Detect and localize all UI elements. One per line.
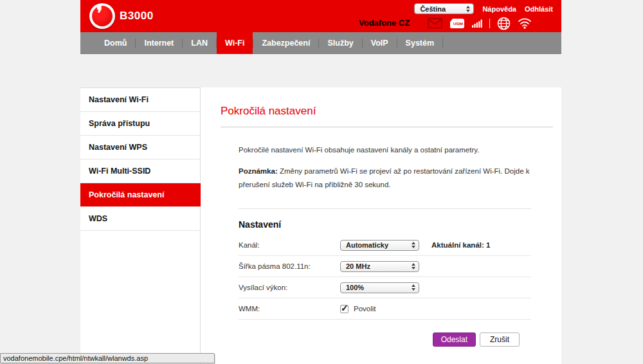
mail-icon: [428, 18, 442, 28]
usim-icon: USIM: [449, 18, 465, 29]
language-selected-value: Čeština: [420, 5, 446, 13]
icon-divider: [489, 19, 490, 28]
section-divider: [239, 208, 531, 209]
header: B3000 Čeština Nápověda Odhlásit Vodafone…: [80, 0, 561, 32]
nav-tab-zabezpeceni[interactable]: Zabezpečení: [253, 32, 318, 54]
nav-tab-system[interactable]: Systém: [397, 32, 442, 54]
page-title: Pokročilá nastavení: [221, 105, 553, 118]
operator-name: Vodafone CZ: [359, 18, 410, 28]
globe-icon: [497, 17, 511, 30]
main-nav: Domů Internet LAN Wi-Fi Zabezpečení Služ…: [80, 32, 561, 54]
select-stepper-icon: [462, 6, 470, 12]
main-content: Pokročilá nastavení Pokročilé nastavení …: [201, 87, 561, 364]
help-link[interactable]: Nápověda: [482, 5, 516, 13]
bandwidth-select-value: 20 MHz: [346, 262, 370, 270]
tx-power-label: Vysílací výkon:: [239, 284, 340, 291]
channel-label: Kanál:: [239, 241, 340, 249]
nav-tab-sluzby[interactable]: Služby: [319, 32, 361, 54]
tx-power-row: Vysílací výkon: 100%: [239, 277, 531, 298]
router-admin-app: B3000 Čeština Nápověda Odhlásit Vodafone…: [80, 0, 561, 364]
nav-tab-lan[interactable]: LAN: [183, 32, 216, 54]
signal-strength-icon: [472, 19, 482, 28]
wmm-label: WMM:: [239, 305, 340, 313]
submit-button[interactable]: Odeslat: [433, 332, 476, 347]
nav-tab-domu[interactable]: Domů: [96, 32, 135, 54]
wifi-icon: [518, 17, 532, 29]
sidebar-item-nastaveni-wps[interactable]: Nastavení WPS: [80, 136, 200, 159]
content-card: Nastavení Wi-Fi Správa přístupu Nastaven…: [80, 87, 561, 364]
sidebar-item-nastaveni-wifi[interactable]: Nastavení Wi-Fi: [80, 88, 200, 112]
sidebar-item-pokrocila-nastaveni[interactable]: Pokročilá nastavení: [80, 183, 201, 207]
nav-tab-wifi[interactable]: Wi-Fi: [217, 32, 253, 54]
sidebar-item-multi-ssid[interactable]: Wi-Fi Multi-SSID: [80, 159, 200, 183]
device-model: B3000: [120, 10, 154, 23]
current-channel-text: Aktuální kanál: 1: [431, 241, 490, 249]
svg-text:USIM: USIM: [453, 22, 463, 26]
nav-tab-voip[interactable]: VoIP: [363, 32, 397, 54]
channel-row: Kanál: Automaticky Aktuální kanál: 1: [239, 235, 531, 256]
cancel-button[interactable]: Zrušit: [480, 332, 520, 347]
tx-power-select[interactable]: 100%: [340, 282, 419, 293]
sidebar-item-wds[interactable]: WDS: [80, 207, 200, 231]
select-stepper-icon: [408, 284, 415, 291]
vodafone-logo-icon: [89, 3, 115, 29]
bandwidth-row: Šířka pásma 802.11n: 20 MHz: [239, 256, 531, 277]
select-stepper-icon: [408, 242, 415, 248]
nav-tab-internet[interactable]: Internet: [136, 32, 182, 54]
wmm-checkbox-label: Povolit: [354, 305, 376, 313]
settings-heading: Nastavení: [239, 219, 531, 230]
intro-text: Pokročilé nastavení Wi-Fi obsahuje nasta…: [239, 146, 531, 154]
wmm-checkbox[interactable]: [340, 305, 349, 313]
note-label: Poznámka:: [239, 167, 278, 175]
channel-select[interactable]: Automaticky: [340, 240, 419, 251]
wmm-row: WMM: Povolit: [239, 298, 531, 320]
bandwidth-label: Šířka pásma 802.11n:: [239, 262, 340, 270]
browser-status-url: vodafonemobile.cpe/html/ntwkall/wlanwds.…: [0, 353, 215, 363]
tx-power-select-value: 100%: [346, 284, 364, 291]
language-select[interactable]: Čeština: [414, 3, 474, 14]
title-divider: [221, 127, 553, 127]
bandwidth-select[interactable]: 20 MHz: [340, 261, 419, 272]
logout-link[interactable]: Odhlásit: [525, 5, 553, 13]
status-icons: USIM: [428, 17, 532, 30]
select-stepper-icon: [408, 263, 415, 269]
sidebar-item-sprava-pristupu[interactable]: Správa přístupu: [80, 112, 200, 136]
channel-select-value: Automaticky: [346, 241, 388, 249]
note-text: Poznámka: Změny parametrů Wi-Fi se proje…: [239, 165, 531, 192]
wifi-sidebar: Nastavení Wi-Fi Správa přístupu Nastaven…: [80, 87, 201, 364]
